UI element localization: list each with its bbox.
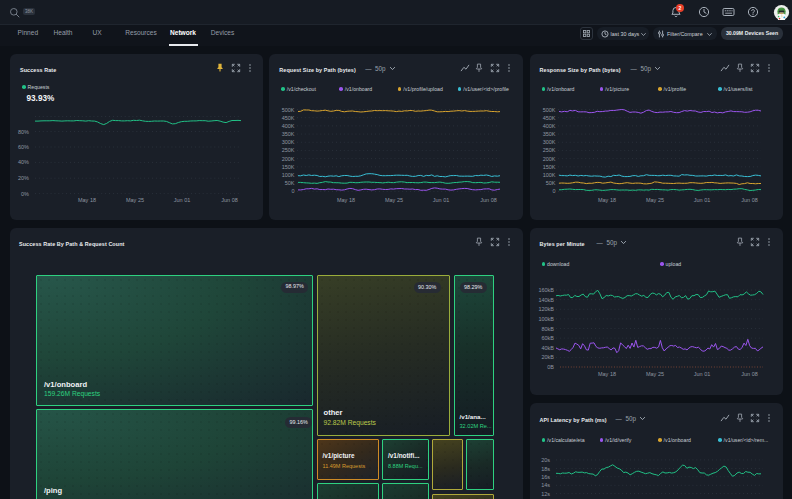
svg-text:80%: 80% bbox=[18, 129, 29, 135]
svg-text:60%: 60% bbox=[18, 144, 29, 150]
svg-text:500K: 500K bbox=[542, 107, 555, 113]
svg-text:200K: 200K bbox=[542, 156, 555, 162]
svg-text:400K: 400K bbox=[542, 123, 555, 129]
svg-text:20%: 20% bbox=[18, 175, 29, 181]
svg-text:May 18: May 18 bbox=[598, 197, 616, 203]
svg-text:May 25: May 25 bbox=[385, 197, 403, 203]
svg-text:100K: 100K bbox=[542, 172, 555, 178]
svg-text:0B: 0B bbox=[547, 364, 554, 370]
svg-text:450K: 450K bbox=[542, 115, 555, 121]
svg-text:Jun 08: Jun 08 bbox=[741, 197, 758, 203]
svg-text:200K: 200K bbox=[282, 156, 295, 162]
svg-text:40%: 40% bbox=[18, 159, 29, 165]
svg-text:300K: 300K bbox=[282, 139, 295, 145]
svg-text:40kB: 40kB bbox=[541, 345, 554, 351]
svg-text:14s: 14s bbox=[541, 482, 550, 488]
svg-text:50K: 50K bbox=[285, 180, 295, 186]
svg-text:May 18: May 18 bbox=[337, 197, 355, 203]
svg-text:450K: 450K bbox=[282, 115, 295, 121]
svg-text:350K: 350K bbox=[542, 131, 555, 137]
svg-text:150K: 150K bbox=[542, 164, 555, 170]
svg-text:300K: 300K bbox=[542, 139, 555, 145]
svg-text:20kB: 20kB bbox=[541, 354, 554, 360]
svg-text:Jun 01: Jun 01 bbox=[433, 197, 450, 203]
svg-text:150K: 150K bbox=[282, 164, 295, 170]
svg-text:80kB: 80kB bbox=[541, 326, 554, 332]
svg-text:May 18: May 18 bbox=[78, 197, 96, 203]
svg-text:140kB: 140kB bbox=[538, 297, 554, 303]
svg-text:May 25: May 25 bbox=[646, 371, 664, 377]
svg-text:May 25: May 25 bbox=[646, 197, 664, 203]
svg-text:Jun 01: Jun 01 bbox=[693, 197, 710, 203]
svg-text:Jun 01: Jun 01 bbox=[174, 197, 191, 203]
svg-text:50K: 50K bbox=[545, 180, 555, 186]
svg-text:18s: 18s bbox=[541, 466, 550, 472]
svg-text:20s: 20s bbox=[541, 457, 550, 463]
svg-text:Jun 01: Jun 01 bbox=[693, 371, 710, 377]
svg-text:16s: 16s bbox=[541, 474, 550, 480]
svg-text:100kB: 100kB bbox=[538, 316, 554, 322]
svg-text:500K: 500K bbox=[282, 107, 295, 113]
svg-text:160kB: 160kB bbox=[538, 287, 554, 293]
svg-text:0%: 0% bbox=[21, 191, 29, 197]
svg-text:60kB: 60kB bbox=[541, 335, 554, 341]
svg-text:May 18: May 18 bbox=[598, 371, 616, 377]
svg-text:0: 0 bbox=[552, 188, 555, 194]
svg-text:120kB: 120kB bbox=[538, 306, 554, 312]
svg-text:Jun 08: Jun 08 bbox=[221, 197, 238, 203]
svg-text:Jun 08: Jun 08 bbox=[481, 197, 498, 203]
svg-text:350K: 350K bbox=[282, 131, 295, 137]
svg-text:400K: 400K bbox=[282, 123, 295, 129]
svg-text:May 25: May 25 bbox=[126, 197, 144, 203]
svg-text:0: 0 bbox=[292, 188, 295, 194]
svg-text:250K: 250K bbox=[282, 147, 295, 153]
svg-text:Jun 08: Jun 08 bbox=[741, 371, 758, 377]
svg-text:12s: 12s bbox=[541, 491, 550, 497]
svg-text:100K: 100K bbox=[282, 172, 295, 178]
svg-text:250K: 250K bbox=[542, 147, 555, 153]
